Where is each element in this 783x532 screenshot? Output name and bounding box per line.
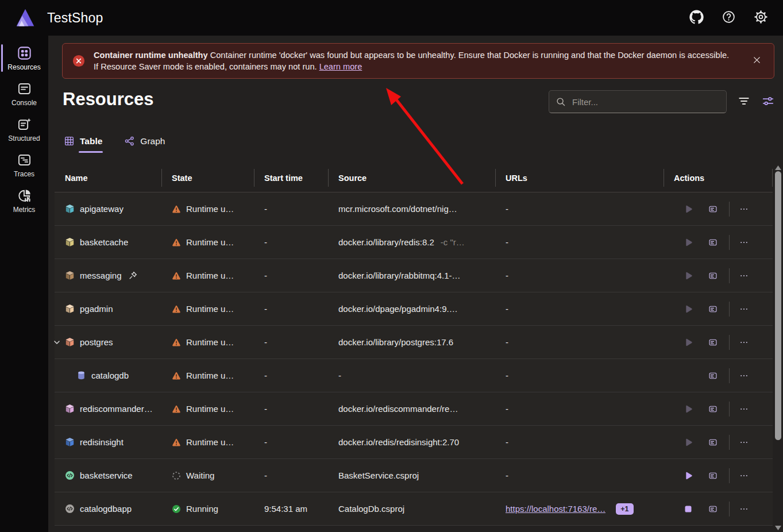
scrollbar-down-arrow-icon[interactable] [775,526,781,530]
urls-empty: - [506,271,508,280]
resources-table: NameStateStart timeSourceURLsActions api… [55,164,773,526]
start-time-cell: - [254,237,328,247]
help-button[interactable] [721,10,736,25]
play-icon [684,404,693,414]
banner-close-button[interactable] [749,53,764,68]
row-actions-menu-button[interactable] [735,400,753,418]
table-row[interactable]: messaging Runtime u… - docker.io/library… [55,259,773,292]
console-logs-button[interactable] [704,201,722,218]
state-label: Runtime u… [186,371,234,380]
row-actions-menu-button[interactable] [735,467,753,484]
table-row[interactable]: redisinsight Runtime u… - docker.io/redi… [55,426,773,459]
sidebar-item-metrics[interactable]: Metrics [0,183,48,218]
urls-empty: - [506,237,508,247]
sidebar-item-console[interactable]: Console [0,76,48,111]
start-resource-button[interactable] [680,201,697,218]
resource-name: postgres [80,337,113,347]
sidebar-item-label: Metrics [13,206,36,214]
sidebar-item-structured[interactable]: Structured [0,111,48,147]
console-logs-button[interactable] [704,300,722,318]
start-resource-button[interactable] [680,400,697,418]
sidebar-item-traces[interactable]: Traces [0,147,48,183]
row-actions-menu-button[interactable] [735,234,753,251]
console-logs-button[interactable] [704,367,722,384]
row-actions-menu-button[interactable] [735,201,753,218]
expand-chevron-icon[interactable] [52,338,61,347]
container-icon [65,337,75,347]
table-row[interactable]: catalogdb Runtime u… - - - [55,359,773,392]
row-actions-menu-button[interactable] [735,434,753,451]
start-resource-button[interactable] [680,300,697,318]
state-label: Runtime u… [186,304,234,314]
table-row[interactable]: pgadmin Runtime u… - docker.io/dpage/pga… [55,292,773,326]
stop-icon [684,504,693,514]
container-icon [65,437,75,447]
start-resource-button[interactable] [680,334,697,351]
start-resource-button[interactable] [680,467,697,484]
console-logs-button[interactable] [704,400,722,418]
banner-message: Container runtime 'docker' was found but… [210,51,729,60]
start-resource-button[interactable] [680,234,697,251]
filter-input[interactable] [571,97,720,107]
banner-title: Container runtime unhealthy [94,51,208,60]
start-time-cell: - [254,371,328,380]
start-time: - [264,437,267,447]
urls-cell: - [495,237,664,247]
start-resource-button[interactable] [680,434,697,451]
tab-graph[interactable]: Graph [124,130,165,154]
row-actions-menu-button[interactable] [735,334,753,351]
console-logs-button[interactable] [704,500,722,518]
search-icon [556,97,566,107]
resource-name: messaging [80,271,122,280]
sidebar-item-label: Resources [7,63,40,71]
urls-cell: - [495,371,664,380]
state-cell: Runtime u… [161,437,254,447]
sidebar-item-label: Console [11,99,37,107]
console-logs-icon [708,371,718,380]
brand: TestShop [15,7,103,28]
row-actions-menu-button[interactable] [735,267,753,284]
pin-icon[interactable] [129,271,137,280]
resource-url-link[interactable]: https://localhost:7163/re… [506,504,605,514]
table-row[interactable]: rediscommander… Runtime u… - docker.io/r… [55,392,773,426]
start-resource-button[interactable] [680,267,697,284]
scrollbar-up-arrow-icon[interactable] [775,165,781,170]
stop-resource-button[interactable] [680,500,697,518]
warning-icon [172,205,181,214]
source-text: - [338,371,341,380]
console-logs-button[interactable] [704,467,722,484]
row-actions-menu-button[interactable] [735,367,753,384]
resource-name-cell: basketcache [55,237,161,247]
scrollbar-thumb[interactable] [775,171,781,440]
console-logs-button[interactable] [704,267,722,284]
settings-button[interactable] [753,10,768,25]
sidebar-item-resources[interactable]: Resources [0,40,48,76]
row-actions-menu-button[interactable] [735,300,753,318]
filter-button[interactable] [736,94,752,110]
learn-more-link[interactable]: Learn more [319,62,362,71]
resource-name-cell: basketservice [55,471,161,480]
table-row[interactable]: catalogdbapp Running 9:54:31 am CatalogD… [55,492,773,526]
source-cell: mcr.microsoft.com/dotnet/nig… [328,204,495,214]
urls-empty: - [506,437,508,447]
url-count-badge[interactable]: +1 [616,503,633,515]
view-options-button[interactable] [760,94,776,110]
state-label: Runtime u… [186,337,234,347]
warning-icon [172,238,181,247]
actions-divider [729,202,730,217]
row-actions-menu-button[interactable] [735,500,753,518]
actions-divider [729,468,730,483]
console-logs-button[interactable] [704,334,722,351]
tab-table[interactable]: Table [63,130,103,154]
github-button[interactable] [689,10,704,25]
table-row[interactable]: basketcache Runtime u… - docker.io/libra… [55,226,773,259]
vertical-scrollbar[interactable] [774,164,782,532]
console-logs-button[interactable] [704,434,722,451]
play-icon [684,304,693,314]
table-row[interactable]: apigateway Runtime u… - mcr.microsoft.co… [55,192,773,226]
console-logs-button[interactable] [704,234,722,251]
table-row[interactable]: postgres Runtime u… - docker.io/library/… [55,326,773,359]
source-cell: docker.io/library/redis:8.2-c "r… [328,237,495,247]
table-row[interactable]: basketservice Waiting - BasketService.cs… [55,459,773,492]
ellipsis-icon [739,471,749,480]
